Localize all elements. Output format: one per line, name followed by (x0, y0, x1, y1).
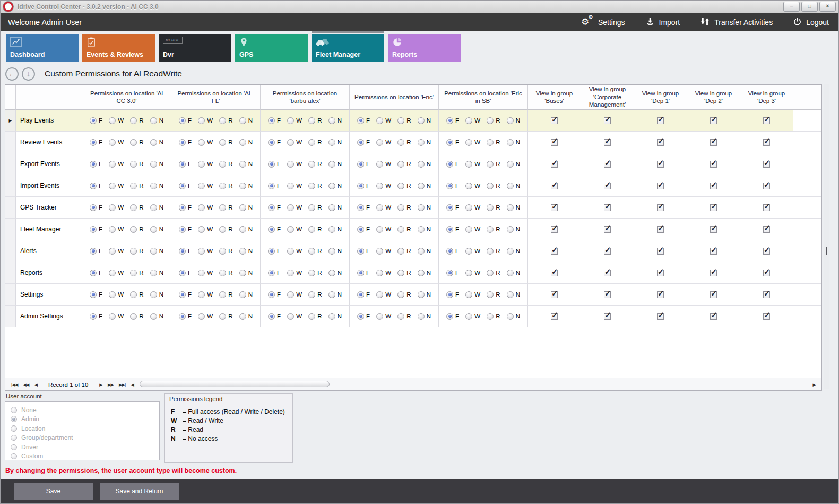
radio-option-f[interactable]: F (357, 161, 370, 168)
view-group-checkbox[interactable] (763, 139, 770, 146)
view-group-checkbox[interactable] (551, 161, 558, 168)
radio-option-n[interactable]: N (507, 139, 520, 146)
radio-option-w[interactable]: W (376, 291, 391, 298)
radio-option-f[interactable]: F (357, 248, 370, 255)
radio-option-r[interactable]: R (130, 183, 143, 189)
view-group-checkbox[interactable] (710, 117, 717, 124)
radio-option-r[interactable]: R (308, 313, 322, 320)
radio-option-f[interactable]: F (90, 270, 102, 276)
radio-option-w[interactable]: W (465, 204, 480, 211)
table-row[interactable]: Export EventsFWRNFWRNFWRNFWRNFWRN (5, 153, 821, 175)
radio-option-r[interactable]: R (397, 270, 411, 276)
radio-option-n[interactable]: N (507, 204, 520, 211)
radio-option-w[interactable]: W (376, 313, 391, 320)
radio-option-w[interactable]: W (465, 117, 480, 124)
view-group-checkbox[interactable] (604, 204, 611, 211)
nav-prev-page-button[interactable]: ◀◀ (20, 382, 31, 387)
radio-option-f[interactable]: F (446, 183, 459, 189)
radio-option-w[interactable]: W (287, 226, 302, 233)
view-group-checkbox[interactable] (657, 270, 664, 276)
radio-option-r[interactable]: R (397, 291, 411, 298)
radio-option-n[interactable]: N (150, 183, 163, 189)
radio-option-n[interactable]: N (239, 291, 253, 298)
radio-option-w[interactable]: W (287, 161, 302, 168)
radio-option-n[interactable]: N (150, 248, 163, 255)
tab-events-reviews[interactable]: Events & Reviews (82, 34, 155, 62)
radio-option-w[interactable]: W (109, 161, 124, 168)
hscroll-right-arrow[interactable]: ▶ (810, 382, 818, 387)
radio-option-w[interactable]: W (198, 117, 213, 124)
radio-option-n[interactable]: N (418, 161, 431, 168)
back-button[interactable]: ← (5, 67, 19, 81)
radio-option-w[interactable]: W (287, 183, 302, 189)
radio-option-r[interactable]: R (219, 139, 232, 146)
radio-option-f[interactable]: F (90, 248, 102, 255)
view-group-checkbox[interactable] (710, 248, 717, 255)
radio-option-r[interactable]: R (308, 139, 322, 146)
view-group-checkbox[interactable] (551, 248, 558, 255)
radio-option-w[interactable]: W (109, 291, 124, 298)
view-group-checkbox[interactable] (551, 117, 558, 124)
user-account-option-driver[interactable]: Driver (11, 442, 159, 452)
radio-option-r[interactable]: R (219, 161, 232, 168)
view-group-checkbox[interactable] (551, 183, 558, 189)
radio-option-r[interactable]: R (487, 183, 500, 189)
radio-option-r[interactable]: R (219, 183, 232, 189)
radio-option-f[interactable]: F (357, 270, 370, 276)
radio-option-r[interactable]: R (130, 248, 143, 255)
view-group-checkbox[interactable] (657, 226, 664, 233)
radio-option-w[interactable]: W (198, 291, 213, 298)
view-group-checkbox[interactable] (710, 313, 717, 320)
radio-option-f[interactable]: F (90, 183, 102, 189)
hscroll-left-arrow[interactable]: ◀ (128, 382, 136, 387)
view-group-checkbox[interactable] (604, 291, 611, 298)
import-button[interactable]: Import (645, 16, 680, 28)
view-group-checkbox[interactable] (763, 291, 770, 298)
radio-option-n[interactable]: N (507, 183, 520, 189)
radio-option-f[interactable]: F (446, 204, 459, 211)
radio-option-w[interactable]: W (376, 226, 391, 233)
minimize-button[interactable]: – (783, 2, 800, 12)
down-button[interactable]: ↓ (22, 67, 35, 81)
radio-option-n[interactable]: N (328, 226, 342, 233)
radio-option-n[interactable]: N (328, 248, 342, 255)
view-group-checkbox[interactable] (763, 248, 770, 255)
view-group-checkbox[interactable] (604, 226, 611, 233)
nav-last-button[interactable]: ▶▶| (116, 382, 128, 387)
radio-option-n[interactable]: N (239, 248, 253, 255)
radio-option-w[interactable]: W (465, 161, 480, 168)
radio-option-f[interactable]: F (446, 313, 459, 320)
hscroll-thumb[interactable] (140, 381, 330, 387)
radio-option-f[interactable]: F (268, 270, 281, 276)
radio-option-r[interactable]: R (397, 161, 411, 168)
tab-dvr[interactable]: MERGE Dvr (159, 34, 231, 62)
table-row[interactable]: Admin SettingsFWRNFWRNFWRNFWRNFWRN (5, 306, 821, 327)
view-group-checkbox[interactable] (551, 139, 558, 146)
nav-first-button[interactable]: |◀◀ (8, 382, 20, 387)
view-group-checkbox[interactable] (657, 248, 664, 255)
radio-option-w[interactable]: W (376, 117, 391, 124)
view-group-checkbox[interactable] (710, 161, 717, 168)
view-group-checkbox[interactable] (604, 183, 611, 189)
radio-option-f[interactable]: F (179, 313, 192, 320)
radio-option-f[interactable]: F (90, 117, 102, 124)
radio-option-n[interactable]: N (507, 161, 520, 168)
user-account-option-location[interactable]: Location (11, 424, 159, 433)
radio-option-r[interactable]: R (130, 139, 143, 146)
radio-option-r[interactable]: R (308, 204, 322, 211)
user-account-option-none[interactable]: None (11, 405, 159, 415)
radio-option-r[interactable]: R (397, 313, 411, 320)
radio-option-n[interactable]: N (418, 313, 431, 320)
radio-option-r[interactable]: R (487, 291, 500, 298)
radio-option-w[interactable]: W (109, 226, 124, 233)
radio-option-f[interactable]: F (179, 248, 192, 255)
radio-option-w[interactable]: W (376, 161, 391, 168)
radio-option-f[interactable]: F (179, 204, 192, 211)
radio-option-n[interactable]: N (150, 139, 163, 146)
radio-option-f[interactable]: F (357, 291, 370, 298)
radio-option-w[interactable]: W (287, 117, 302, 124)
vscroll-thumb[interactable] (826, 247, 827, 255)
radio-option-w[interactable]: W (287, 313, 302, 320)
view-group-checkbox[interactable] (657, 139, 664, 146)
close-button[interactable]: × (819, 2, 836, 12)
